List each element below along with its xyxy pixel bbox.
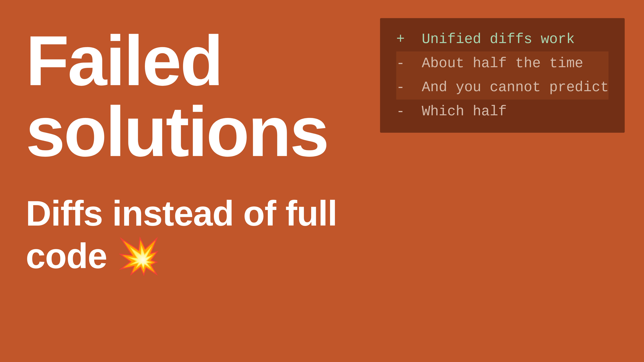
slide: Failedsolutions Diffs instead of full co… (0, 0, 644, 362)
code-line-3: - And you cannot predict (396, 75, 608, 99)
code-line-4: - Which half (396, 104, 507, 119)
code-line-2: - About half the time (396, 51, 608, 76)
code-line-1: + Unified diffs work (396, 31, 575, 47)
subtitle: Diffs instead of full code 💥 (26, 192, 618, 277)
code-box: + Unified diffs work - About half the ti… (380, 18, 625, 133)
